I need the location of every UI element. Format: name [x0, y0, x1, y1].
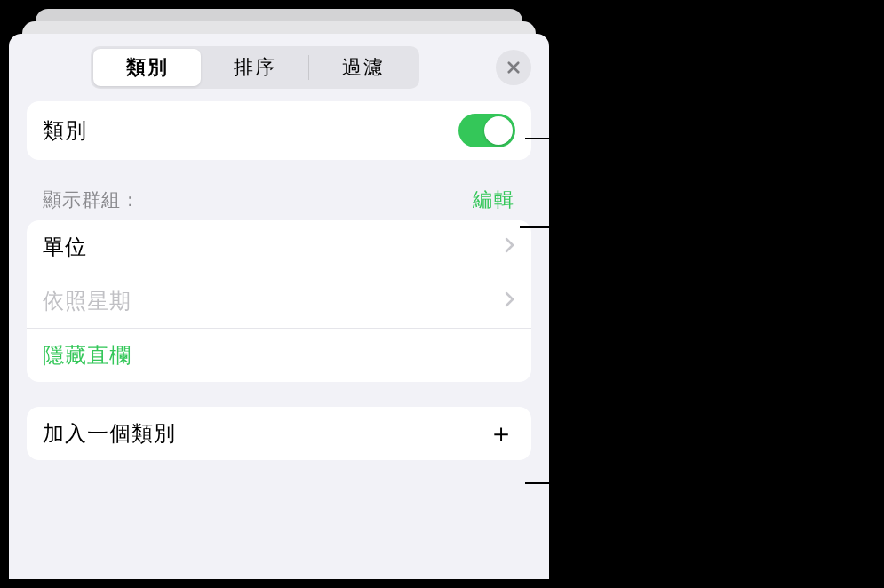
hide-column-label: 隱藏直欄	[43, 341, 131, 369]
annotation-text: 請點一下「加入一個類別」	[564, 505, 820, 528]
annotation-text: 來選擇來源欄。	[564, 537, 713, 560]
sheet-content: 類別 顯示群組： 編輯 單位 依照星期	[9, 101, 549, 460]
group-item-unit[interactable]: 單位	[27, 220, 531, 274]
sheet-stack: 類別 排序 過濾 類別 顯示群組：	[9, 9, 549, 579]
chevron-right-icon	[505, 235, 515, 258]
annotation-add: 若要加入類別或子類別， 請點一下「加入一個類別」 來選擇來源欄。	[564, 467, 820, 565]
category-toggle-card: 類別	[27, 101, 531, 160]
groups-card: 單位 依照星期 隱藏直欄	[27, 220, 531, 382]
add-category-row[interactable]: 加入一個類別 ＋	[27, 407, 531, 460]
annotation-text: 開啟或關閉類別。	[564, 127, 735, 150]
close-button[interactable]	[496, 50, 531, 85]
groups-section-label: 顯示群組：	[43, 187, 140, 212]
leader-line	[525, 138, 562, 139]
segmented-control-wrap: 類別 排序 過濾	[27, 46, 483, 89]
groups-section-header: 顯示群組： 編輯	[27, 160, 531, 220]
group-item-by-weekday[interactable]: 依照星期	[27, 274, 531, 328]
plus-icon: ＋	[488, 420, 515, 447]
annotation-text: 若要加入類別或子類別，	[564, 472, 799, 495]
leader-line	[520, 226, 562, 228]
group-item-label: 依照星期	[43, 287, 131, 315]
tab-sort[interactable]: 排序	[201, 49, 308, 86]
annotation-text: 若要刪除或重新排列類別，	[564, 216, 820, 239]
add-category-label: 加入一個類別	[43, 419, 176, 448]
annotation-edit: 若要刪除或重新排列類別， 請點一下「編輯」。	[564, 211, 820, 277]
sheet-header: 類別 排序 過濾	[9, 34, 549, 101]
tab-categories[interactable]: 類別	[93, 49, 201, 86]
add-category-card: 加入一個類別 ＋	[27, 407, 531, 460]
annotation-toggle: 開啟或關閉類別。	[564, 123, 735, 155]
chevron-right-icon	[505, 290, 515, 313]
tab-filter[interactable]: 過濾	[309, 49, 417, 86]
category-toggle-row[interactable]: 類別	[27, 101, 531, 160]
hide-column-row[interactable]: 隱藏直欄	[27, 328, 531, 382]
edit-button[interactable]: 編輯	[473, 187, 515, 213]
leader-line	[525, 482, 562, 484]
annotation-text: 請點一下「編輯」。	[564, 249, 756, 272]
category-sheet: 類別 排序 過濾 類別 顯示群組：	[9, 34, 549, 579]
group-item-label: 單位	[43, 233, 87, 261]
category-toggle-label: 類別	[43, 116, 87, 145]
toggle-knob	[484, 116, 513, 145]
category-toggle[interactable]	[458, 114, 515, 147]
close-icon	[506, 60, 522, 75]
segmented-control[interactable]: 類別 排序 過濾	[91, 46, 419, 89]
